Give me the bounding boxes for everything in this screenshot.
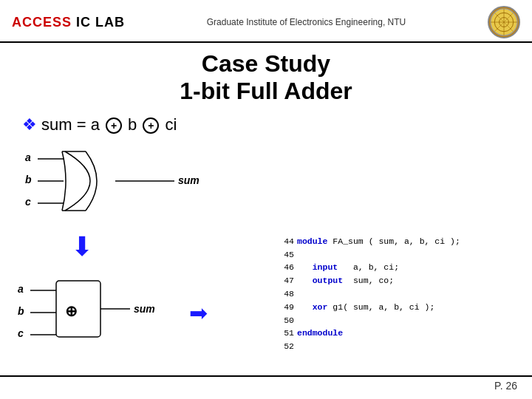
svg-text:b: b <box>18 305 24 317</box>
line-number: 50 <box>278 314 294 327</box>
code-content <box>297 261 313 274</box>
code-content: sum, co; <box>343 274 394 287</box>
svg-text:⊕: ⊕ <box>65 303 78 319</box>
code-keyword: module <box>297 235 327 248</box>
code-line-47: 47 output sum, co; <box>278 274 520 287</box>
line-number: 45 <box>278 248 294 262</box>
code-line-50: 50 <box>278 314 520 327</box>
svg-text:c: c <box>18 327 24 339</box>
line-number: 47 <box>278 274 294 287</box>
line-number: 52 <box>278 340 294 353</box>
ntu-emblem <box>488 6 520 38</box>
line-number: 48 <box>278 287 294 301</box>
page-number: P. 26 <box>494 380 517 392</box>
code-line-44: 44 module FA_sum ( sum, a, b, ci ); <box>278 235 520 248</box>
svg-text:a: a <box>25 151 31 163</box>
code-content <box>297 340 302 353</box>
code-content <box>297 287 302 301</box>
right-arrow-icon: ➡ <box>189 300 208 326</box>
header: ACCESS IC LAB Graduate Institute of Elec… <box>0 0 532 43</box>
code-line-48: 48 <box>278 287 520 301</box>
code-keyword: output <box>313 274 343 287</box>
code-content: g1( sum, a, b, ci ); <box>327 301 434 314</box>
institute-text: Graduate Institute of Electronics Engine… <box>137 17 476 27</box>
code-keyword: endmodule <box>297 327 343 340</box>
logo-access: ACCESS <box>12 15 72 30</box>
line-number: 44 <box>278 235 294 248</box>
down-arrow-icon: ⬇ <box>71 233 93 260</box>
formula-bullet: ❖ <box>22 115 37 134</box>
svg-text:a: a <box>18 283 24 295</box>
bottom-border <box>0 375 532 377</box>
top-gate-diagram: a b c sum <box>12 140 263 225</box>
svg-text:sum: sum <box>178 174 200 186</box>
code-line-46: 46 input a, b, ci; <box>278 261 520 274</box>
svg-text:b: b <box>25 174 32 185</box>
code-content <box>297 314 302 327</box>
logo: ACCESS IC LAB <box>12 15 125 30</box>
xor1-icon <box>106 117 122 134</box>
down-arrow-container: ⬇ <box>12 233 263 260</box>
title-line1: Case Study <box>0 50 532 78</box>
xor2-icon <box>143 117 159 134</box>
line-number: 46 <box>278 261 294 274</box>
code-content <box>297 274 313 287</box>
svg-rect-23 <box>56 281 100 337</box>
code-content: FA_sum ( sum, a, b, ci ); <box>327 235 460 248</box>
svg-text:sum: sum <box>134 303 155 315</box>
code-line-52: 52 <box>278 340 520 353</box>
formula-section: ❖ sum = a b ci <box>0 109 532 140</box>
bottom-gate-diagram: a b c ⊕ sum ➡ <box>12 272 263 353</box>
logo-rest: IC LAB <box>72 15 125 30</box>
code-keyword: xor <box>313 301 328 314</box>
main-content: a b c sum <box>0 140 532 353</box>
title-section: Case Study 1-bit Full Adder <box>0 43 532 109</box>
code-content: a, b, ci; <box>338 261 399 274</box>
code-line-49: 49 xor g1( sum, a, b, ci ); <box>278 301 520 314</box>
formula-text: sum = a b ci <box>41 115 177 134</box>
code-line-45: 45 <box>278 248 520 262</box>
line-number: 51 <box>278 327 294 340</box>
svg-text:c: c <box>25 196 31 208</box>
code-content <box>297 301 313 314</box>
diagrams-column: a b c sum <box>12 140 263 353</box>
code-line-51: 51 endmodule <box>278 327 520 340</box>
code-column: 44 module FA_sum ( sum, a, b, ci ); 45 4… <box>278 140 520 353</box>
code-block: 44 module FA_sum ( sum, a, b, ci ); 45 4… <box>278 235 520 353</box>
code-content <box>297 248 302 262</box>
line-number: 49 <box>278 301 294 314</box>
code-keyword: input <box>313 261 338 274</box>
title-line2: 1-bit Full Adder <box>0 78 532 105</box>
